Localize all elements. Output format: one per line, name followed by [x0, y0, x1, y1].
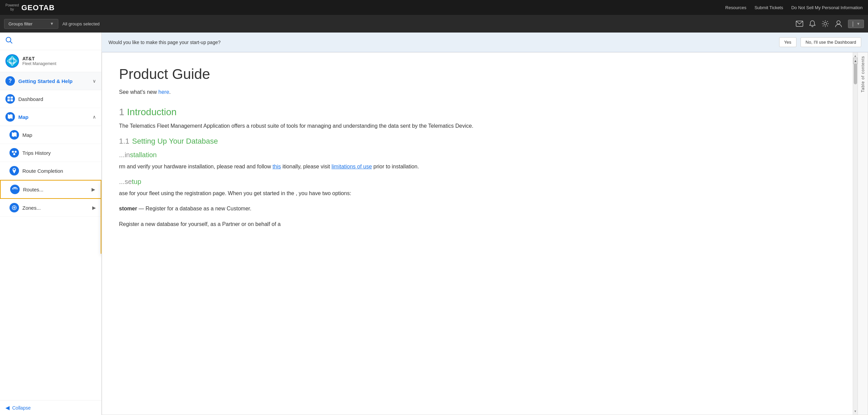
route-completion-label: Route Completion [22, 168, 96, 174]
svg-point-4 [6, 37, 11, 42]
brand-name: AT&T [22, 56, 56, 61]
nav-route-completion[interactable]: Route Completion [0, 162, 101, 180]
subsection-11-heading: 1.1 Setting Up Your Database [119, 137, 836, 146]
svg-point-3 [837, 21, 840, 24]
svg-line-5 [10, 41, 12, 43]
groups-filter-button[interactable]: Groups filter ▼ [4, 19, 58, 29]
svg-point-19 [13, 153, 15, 155]
guide-content: Product Guide See what's new here. 1 Int… [102, 53, 853, 415]
section-1-heading: 1 Introduction [119, 107, 836, 118]
map-label: Map [22, 132, 96, 138]
collapse-arrow-icon: ◀ [5, 404, 9, 411]
content-scrollbar: ▲ ▼ [853, 53, 857, 415]
submenu-import-routes[interactable]: Import Routes [101, 240, 102, 253]
setup-body: ase for your fleet using the registratio… [119, 189, 836, 198]
subsubsection-prefix: ...in [119, 151, 130, 159]
setup-prefix: ...se [119, 178, 132, 185]
subsection-11-num: 1.1 [119, 137, 130, 146]
startup-yes-button[interactable]: Yes [779, 37, 796, 47]
see-new-text: See what's new here. [119, 88, 836, 97]
nav-dashboard[interactable]: Dashboard [0, 90, 101, 108]
resources-link[interactable]: Resources [725, 5, 746, 10]
user-dropdown-arrow: ▼ [856, 22, 860, 26]
collapse-button[interactable]: ◀ Collapse [0, 400, 101, 415]
here-link[interactable]: here [158, 89, 169, 95]
email-icon[interactable] [796, 21, 803, 27]
routes-arrow: ▶ [92, 187, 95, 192]
setup-heading: ...setup [119, 178, 836, 186]
submenu-planned-vs-actual[interactable]: Planned vs. Actual Route Report [101, 195, 102, 213]
sidebar: AT&T Fleet Management ? Getting Started … [0, 33, 102, 415]
svg-rect-12 [11, 97, 13, 99]
user-icon[interactable] [835, 20, 842, 27]
routes-icon [10, 185, 20, 194]
svg-rect-13 [7, 99, 10, 101]
submenu-route-summary[interactable]: Route Summary [101, 213, 102, 227]
route-completion-icon [9, 166, 19, 175]
section-1-body: The Telematics Fleet Management Applicat… [119, 122, 836, 130]
submit-tickets-link[interactable]: Submit Tickets [754, 5, 783, 10]
header-icons: │ ▼ [796, 20, 864, 28]
nav-zones[interactable]: Zones... ▶ [0, 199, 101, 217]
nav-map[interactable]: Map [0, 126, 101, 144]
svg-marker-16 [12, 132, 17, 137]
section-1-title: Introduction [127, 107, 177, 118]
startup-bar: Would you like to make this page your st… [102, 33, 868, 52]
map-icon [9, 130, 19, 140]
dashboard-label: Dashboard [18, 96, 96, 102]
toc-sidebar[interactable]: Table of contents [857, 53, 868, 415]
scrollbar-thumb[interactable] [854, 61, 857, 84]
second-bar: Groups filter ▼ All groups selected │ ▼ [0, 15, 868, 33]
top-bar: Powered by GEOTAB Resources Submit Ticke… [0, 0, 868, 15]
map-chevron: ∧ [93, 114, 96, 120]
nav-trips-history[interactable]: Trips History [0, 144, 101, 162]
svg-marker-15 [8, 114, 13, 119]
att-logo-svg [5, 54, 19, 68]
brand-logo [5, 54, 19, 68]
powered-by-text: Powered by [5, 3, 19, 12]
routes-label: Routes... [23, 187, 88, 192]
brand-subtitle: Fleet Management [22, 61, 56, 66]
this-link[interactable]: this [273, 164, 281, 169]
svg-rect-14 [11, 99, 13, 101]
setup-title: tup [132, 178, 141, 185]
toc-label: Table of contents [861, 56, 865, 92]
logo-area: Powered by GEOTAB [5, 3, 61, 12]
zones-icon [9, 203, 19, 212]
startup-no-button[interactable]: No, I'll use the Dashboard [801, 37, 861, 47]
brand-info: AT&T Fleet Management [22, 56, 56, 66]
scroll-up-arrow[interactable]: ▲ [853, 58, 858, 64]
nav-map-section[interactable]: Map ∧ [0, 108, 101, 126]
geotab-logo-svg: GEOTAB [21, 3, 61, 12]
section-1-num: 1 [119, 107, 124, 118]
subsubsection-body: rm and verify your hardware installation… [119, 162, 836, 171]
submenu-unmatched-route[interactable]: Unmatched Route [101, 227, 102, 240]
notification-icon[interactable] [809, 20, 815, 27]
nav-routes[interactable]: Routes... ▶ Routes Planned vs. Actual Ro… [0, 180, 101, 199]
subsubsection-heading: ...installation [119, 151, 836, 159]
svg-point-6 [6, 55, 18, 67]
trips-history-icon [9, 148, 19, 158]
trips-history-label: Trips History [22, 150, 96, 156]
search-icon[interactable] [5, 37, 13, 46]
collapse-label: Collapse [12, 405, 31, 411]
zones-arrow: ▶ [92, 205, 96, 210]
main-layout: AT&T Fleet Management ? Getting Started … [0, 33, 868, 415]
groups-filter-label: Groups filter [8, 21, 33, 26]
user-account-button[interactable]: │ ▼ [848, 20, 864, 28]
svg-point-2 [824, 22, 827, 25]
guide-title: Product Guide [119, 66, 836, 82]
map-section-label: Map [18, 114, 89, 120]
geotab-logo: GEOTAB [21, 3, 61, 12]
settings-icon[interactable] [822, 20, 829, 27]
startup-question: Would you like to make this page your st… [108, 40, 775, 45]
register-line: Register a new database for yourself, as… [119, 220, 836, 229]
submenu-routes-title[interactable]: Routes [101, 181, 102, 195]
all-groups-text: All groups selected [62, 21, 792, 26]
nav-getting-started[interactable]: ? Getting Started & Help ∨ [0, 72, 101, 90]
do-not-sell-link[interactable]: Do Not Sell My Personal Information [791, 5, 863, 10]
dashboard-icon [5, 94, 15, 104]
routes-submenu: Routes Planned vs. Actual Route Report R… [101, 181, 102, 254]
sidebar-search-area [0, 33, 101, 50]
limitations-link[interactable]: limitations of use [332, 164, 372, 169]
